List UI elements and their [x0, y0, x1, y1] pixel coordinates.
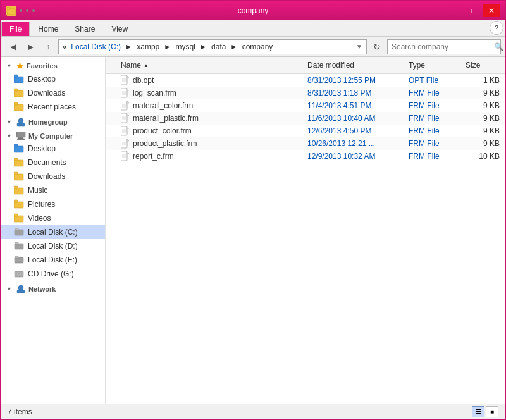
path-xampp[interactable]: xampp [137, 42, 159, 51]
view-details-button[interactable]: ☰ [472, 406, 484, 417]
address-bar: ◀ ▶ ↑ « Local Disk (C:) ► xampp ► mysql … [1, 37, 505, 57]
svg-rect-20 [14, 186, 18, 188]
search-input[interactable] [388, 42, 490, 51]
sidebar-item-desktop-pc[interactable]: Desktop [1, 142, 105, 156]
table-row[interactable]: product_color.frm 12/6/2013 4:50 PM FRM … [106, 125, 505, 137]
svg-rect-61 [121, 139, 127, 148]
svg-rect-3 [14, 75, 18, 77]
computer-expand-icon: ▼ [6, 133, 12, 139]
svg-rect-66 [121, 151, 127, 161]
file-name: report_c.frm [133, 152, 174, 161]
sidebar-section-homegroup: ▼ Homegroup [1, 116, 105, 128]
col-header-type[interactable]: Type [404, 58, 460, 72]
tab-home[interactable]: Home [30, 22, 66, 36]
svg-rect-36 [121, 75, 127, 85]
network-expand-icon: ▼ [6, 286, 12, 292]
file-list: db.opt 8/31/2013 12:55 PM OPT File 1 KB … [106, 74, 505, 404]
minimize-button[interactable]: — [448, 4, 464, 17]
svg-rect-56 [121, 126, 127, 135]
sidebar-item-videos[interactable]: Videos [1, 211, 105, 225]
path-data[interactable]: data [211, 42, 226, 51]
sidebar-music-label: Music [28, 186, 47, 195]
path-dropdown-chevron[interactable]: ▼ [356, 43, 362, 50]
svg-rect-5 [14, 89, 18, 91]
sidebar-item-recent-places[interactable]: Recent places [1, 100, 105, 114]
tab-share[interactable]: Share [66, 22, 103, 36]
back-button[interactable]: ◀ [5, 39, 20, 54]
quick-access-icon2 [26, 9, 28, 12]
file-size-cell: 10 KB [460, 152, 505, 161]
svg-rect-10 [16, 132, 25, 137]
table-row[interactable]: materail_plastic.frm 11/6/2013 10:40 AM … [106, 112, 505, 125]
favorites-star-icon: ★ [16, 61, 24, 71]
sidebar-pictures-label: Pictures [28, 200, 55, 209]
svg-rect-27 [15, 244, 23, 249]
path-company[interactable]: company [242, 42, 273, 51]
disk-d-icon [14, 241, 24, 251]
svg-rect-18 [14, 172, 18, 175]
forward-button[interactable]: ▶ [23, 39, 38, 54]
sidebar-header-my-computer[interactable]: ▼ My Computer [1, 130, 105, 142]
folder-documents-icon [14, 158, 24, 168]
homegroup-icon [16, 118, 26, 127]
sidebar-item-pictures[interactable]: Pictures [1, 197, 105, 211]
quick-access-icon3 [32, 9, 35, 12]
sidebar-header-homegroup[interactable]: ▼ Homegroup [1, 116, 105, 128]
col-header-name[interactable]: Name ▲ [116, 58, 302, 72]
col-header-size[interactable]: Size [460, 58, 505, 72]
file-type-cell: FRM File [404, 152, 460, 161]
view-large-icon-button[interactable]: ■ [486, 406, 498, 417]
title-bar: company — □ ✕ [1, 1, 505, 20]
tab-file[interactable]: File [1, 22, 30, 36]
sidebar-header-favorites[interactable]: ▼ ★ Favorites [1, 59, 105, 72]
tab-view[interactable]: View [103, 22, 136, 36]
help-button[interactable]: ? [490, 21, 503, 35]
sidebar-desktop-pc-label: Desktop [28, 144, 56, 153]
svg-rect-25 [15, 230, 23, 235]
svg-rect-0 [7, 9, 15, 15]
table-row[interactable]: report_c.frm 12/9/2013 10:32 AM FRM File… [106, 150, 505, 163]
path-mysql[interactable]: mysql [176, 42, 195, 51]
svg-rect-30 [15, 256, 18, 258]
sidebar-item-local-disk-d[interactable]: Local Disk (D:) [1, 239, 105, 253]
sidebar-homegroup-label: Homegroup [28, 118, 68, 126]
table-row[interactable]: db.opt 8/31/2013 12:55 PM OPT File 1 KB [106, 74, 505, 87]
sidebar-item-local-disk-e[interactable]: Local Disk (E:) [1, 253, 105, 267]
sidebar-item-cd-drive[interactable]: CD Drive (G:) [1, 267, 105, 281]
sidebar-item-local-disk-c[interactable]: Local Disk (C:) [1, 225, 105, 239]
address-path[interactable]: « Local Disk (C:) ► xampp ► mysql ► data… [58, 39, 367, 54]
file-size-cell: 9 KB [460, 114, 505, 123]
sidebar-local-disk-e-label: Local Disk (E:) [28, 256, 77, 264]
col-header-date[interactable]: Date modified [302, 58, 404, 72]
disk-e-icon [14, 255, 24, 265]
up-button[interactable]: ↑ [40, 39, 56, 54]
sidebar-item-downloads-fav[interactable]: Downloads [1, 86, 105, 100]
file-name-cell: materail_color.frm [116, 101, 302, 111]
svg-rect-23 [14, 216, 23, 222]
close-button[interactable]: ✕ [483, 4, 500, 17]
refresh-button[interactable]: ↻ [369, 39, 385, 54]
sidebar-item-downloads-pc[interactable]: Downloads [1, 170, 105, 183]
sidebar-recent-places-label: Recent places [28, 102, 76, 111]
sidebar-local-disk-d-label: Local Disk (D:) [28, 242, 78, 250]
sidebar-downloads-fav-label: Downloads [28, 89, 65, 97]
file-name-cell: product_plastic.frm [116, 139, 302, 149]
sidebar-item-music[interactable]: Music [1, 183, 105, 197]
sidebar-header-network[interactable]: ▼ Network [1, 283, 105, 295]
folder-music-icon [14, 185, 24, 195]
file-name-cell: db.opt [116, 75, 302, 85]
search-icon[interactable]: 🔍 [490, 42, 506, 51]
sidebar-item-desktop-fav[interactable]: Desktop [1, 72, 105, 86]
path-local-disk[interactable]: Local Disk (C:) [71, 42, 121, 51]
sidebar-item-documents[interactable]: Documents [1, 156, 105, 170]
table-row[interactable]: materail_color.frm 11/4/2013 4:51 PM FRM… [106, 99, 505, 112]
table-row[interactable]: product_plastic.frm 10/26/2013 12:21 ...… [106, 137, 505, 150]
title-bar-left [6, 6, 35, 16]
table-row[interactable]: log_scan.frm 8/31/2013 1:18 PM FRM File … [106, 87, 505, 99]
svg-rect-2 [14, 77, 23, 83]
svg-rect-7 [14, 102, 18, 105]
file-name: db.opt [133, 76, 154, 85]
file-type-cell: FRM File [404, 139, 460, 148]
maximize-button[interactable]: □ [466, 4, 482, 17]
svg-rect-22 [14, 200, 18, 202]
